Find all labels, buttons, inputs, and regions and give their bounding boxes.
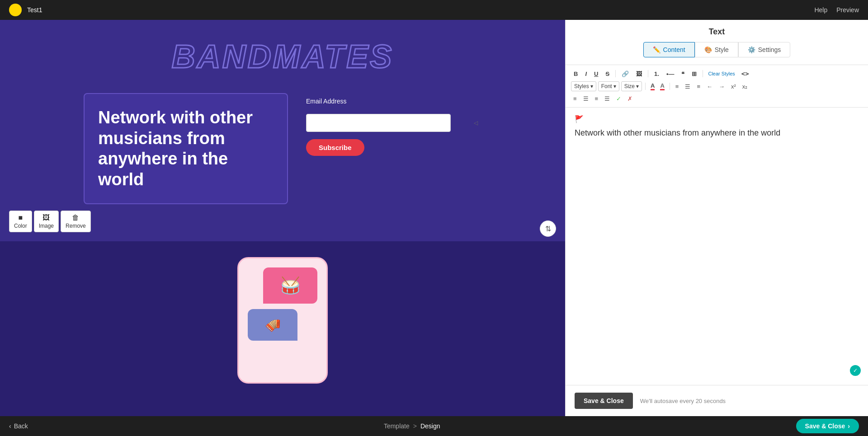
strikethrough-button[interactable]: S <box>603 69 612 79</box>
remove-icon: 🗑 <box>72 214 79 222</box>
toolbar-separator-2 <box>648 70 648 77</box>
email-field-label: Email Address <box>306 98 481 105</box>
unordered-list-button[interactable]: •— <box>664 69 677 79</box>
autosave-text: We'll autosave every 20 seconds <box>640 398 726 404</box>
styles-dropdown[interactable]: Styles ▾ <box>571 81 596 91</box>
x-button[interactable]: ✗ <box>625 94 635 103</box>
underline-button[interactable]: U <box>591 69 601 79</box>
scroll-button[interactable]: ⇅ <box>540 220 556 237</box>
save-area: Save & Close We'll autosave every 20 sec… <box>566 385 868 416</box>
clear-styles-button[interactable]: Clear Styles <box>706 70 736 77</box>
bold-button[interactable]: B <box>571 69 580 79</box>
tab-content[interactable]: ✏️ Content <box>643 42 695 57</box>
hero-content: Network with other musicians from anywhe… <box>57 93 509 204</box>
subscribe-button[interactable]: Subscribe <box>306 139 364 156</box>
help-link[interactable]: Help <box>814 6 827 14</box>
justify-right-button[interactable]: ≡ <box>593 94 601 103</box>
drum-icon: 🥁 <box>280 276 301 295</box>
panel-title: Text <box>575 27 859 37</box>
top-bar-left: 🐵 Test1 <box>9 4 42 16</box>
font-dropdown[interactable]: Font ▾ <box>598 81 619 91</box>
toolbar-separator-1 <box>615 70 616 77</box>
tab-settings[interactable]: ⚙️ Settings <box>738 42 791 57</box>
color-icon: ■ <box>19 214 23 222</box>
panel-header: Text ✏️ Content 🎨 Style ⚙️ Settings <box>566 20 868 65</box>
remove-label: Remove <box>66 223 86 229</box>
content-tab-icon: ✏️ <box>653 46 660 53</box>
toolbar-row-3: ≡ ☰ ≡ ☰ ✓ ✗ <box>571 94 863 103</box>
editor-area[interactable]: 🚩 Network with other musicians from anyw… <box>566 108 868 385</box>
email-hero: BANDMATES Network with other musicians f… <box>0 20 565 241</box>
phone-mockup: 🥁 🪗 <box>237 257 328 384</box>
hero-paragraph: Network with other musicians from anywhe… <box>98 108 274 190</box>
main-layout: BANDMATES Network with other musicians f… <box>0 20 868 416</box>
justify-full-button[interactable]: ☰ <box>602 94 612 103</box>
table-button[interactable]: ⊞ <box>689 69 699 79</box>
phone-section: 🥁 🪗 <box>0 241 565 416</box>
back-button[interactable]: ‹ Back <box>9 422 28 430</box>
drum-chat-bubble: 🥁 <box>263 267 317 304</box>
save-close-panel-button[interactable]: Save & Close <box>575 393 633 409</box>
image-tb-button[interactable]: 🖼 <box>633 69 645 79</box>
color-label: Color <box>14 223 27 229</box>
svg-point-0 <box>9 4 22 16</box>
subscript-button[interactable]: x₂ <box>740 82 750 91</box>
flute-chat-bubble: 🪗 <box>248 309 297 341</box>
flag-icon: 🚩 <box>575 115 859 123</box>
superscript-button[interactable]: x² <box>729 82 738 91</box>
panel-tabs: ✏️ Content 🎨 Style ⚙️ Settings <box>575 42 859 57</box>
signup-block: Email Address Subscribe <box>306 93 481 156</box>
right-panel: Text ✏️ Content 🎨 Style ⚙️ Settings B <box>565 20 868 416</box>
ordered-list-button[interactable]: 1. <box>651 69 662 79</box>
canvas-area: BANDMATES Network with other musicians f… <box>0 20 565 416</box>
size-dropdown[interactable]: Size ▾ <box>621 81 642 91</box>
text-color-button[interactable]: A <box>649 82 656 91</box>
text-block[interactable]: Network with other musicians from anywhe… <box>84 93 288 204</box>
toolbar-separator-4 <box>645 83 646 90</box>
toolbar-row-2: Styles ▾ Font ▾ Size ▾ A A ≡ ☰ ≡ ← <box>571 81 863 91</box>
editor-text[interactable]: Network with other musicians from anywhe… <box>575 127 859 139</box>
toolbar-row-1: B I U S 🔗 🖼 1. •— ❝ ⊞ Clear Styles <> <box>571 69 863 79</box>
checkmark-icon: ✓ <box>850 365 861 376</box>
bg-color-button[interactable]: A <box>658 82 666 91</box>
indent-button[interactable]: → <box>717 82 727 91</box>
remove-button[interactable]: 🗑 Remove <box>61 211 91 232</box>
settings-tab-icon: ⚙️ <box>748 46 755 53</box>
image-button[interactable]: 🖼 Image <box>34 211 59 232</box>
justify-left-button[interactable]: ≡ <box>571 94 579 103</box>
align-left-button[interactable]: ≡ <box>673 82 681 91</box>
back-arrow-icon: ‹ <box>9 422 11 430</box>
justify-center-button[interactable]: ☰ <box>581 94 591 103</box>
save-close-bottom-button[interactable]: Save & Close › <box>796 419 859 433</box>
breadcrumb: Template > Design <box>384 422 440 430</box>
italic-button[interactable]: I <box>582 69 590 79</box>
blockquote-button[interactable]: ❝ <box>679 69 687 79</box>
color-button[interactable]: ■ Color <box>9 211 32 232</box>
hero-title: BANDMATES <box>172 38 394 75</box>
mailchimp-logo: 🐵 <box>9 4 22 16</box>
align-center-button[interactable]: ☰ <box>683 82 693 91</box>
app-title: Test1 <box>27 6 42 14</box>
text-toolbar: B I U S 🔗 🖼 1. •— ❝ ⊞ Clear Styles <> St… <box>566 65 868 108</box>
bg-controls: ■ Color 🖼 Image 🗑 Remove <box>9 211 91 232</box>
style-tab-icon: 🎨 <box>704 46 712 53</box>
bottom-bar: ‹ Back Template > Design Save & Close › <box>0 416 868 436</box>
email-input[interactable] <box>306 114 451 132</box>
top-bar: 🐵 Test1 Help Preview <box>0 0 868 20</box>
top-bar-right: Help Preview <box>814 6 859 14</box>
align-right-button[interactable]: ≡ <box>694 82 703 91</box>
tab-style[interactable]: 🎨 Style <box>695 42 738 57</box>
image-icon: 🖼 <box>42 214 50 222</box>
code-button[interactable]: <> <box>739 69 752 79</box>
flute-icon: 🪗 <box>265 318 281 333</box>
image-label: Image <box>39 223 54 229</box>
outdent-button[interactable]: ← <box>704 82 715 91</box>
link-button[interactable]: 🔗 <box>619 69 632 79</box>
toolbar-separator-5 <box>670 83 670 90</box>
preview-link[interactable]: Preview <box>836 6 859 14</box>
check-button[interactable]: ✓ <box>614 94 623 103</box>
toolbar-separator-3 <box>703 70 703 77</box>
email-input-wrapper <box>306 114 481 132</box>
